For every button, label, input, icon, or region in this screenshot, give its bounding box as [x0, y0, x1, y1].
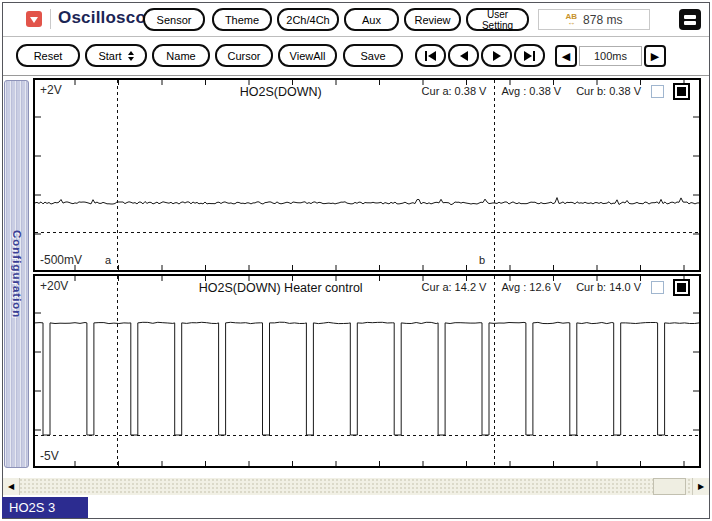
- channel-1-measurements: Cur a: 0.38 V Avg : 0.38 V Cur b: 0.38 V: [422, 85, 641, 97]
- chevron-down-icon: [30, 17, 38, 23]
- timebase-decrease-button[interactable]: ◀: [555, 45, 577, 67]
- bar-icon: [533, 51, 535, 61]
- channel-1-scale-bottom: -500mV: [40, 253, 82, 267]
- average-value: Avg : 0.38 V: [501, 85, 561, 97]
- scrollbar-thumb[interactable]: [653, 478, 686, 495]
- channel-2-scale-bottom: -5V: [40, 449, 59, 463]
- spinner-arrows-icon: [128, 51, 134, 61]
- view-all-button[interactable]: ViewAll: [278, 44, 337, 67]
- split-view-icon[interactable]: [679, 9, 701, 30]
- oscilloscope-window: Oscilloscope Sensor Theme 2Ch/4Ch Aux Re…: [0, 0, 712, 521]
- channel-2-color-button[interactable]: [673, 279, 690, 296]
- ab-icon-arrow: ↔: [567, 19, 575, 27]
- skip-to-end-button[interactable]: [514, 44, 545, 67]
- left-triangle-icon: [460, 51, 468, 61]
- cursor-a-handle[interactable]: a: [105, 254, 111, 266]
- cursor-b-handle[interactable]: b: [479, 254, 485, 266]
- step-forward-button[interactable]: [481, 44, 512, 67]
- reset-button[interactable]: Reset: [16, 44, 80, 67]
- right-triangle-icon: [493, 51, 501, 61]
- channel-2-measurements: Cur a: 14.2 V Avg : 12.6 V Cur b: 14.0 V: [422, 281, 641, 293]
- save-button[interactable]: Save: [343, 44, 403, 67]
- start-button[interactable]: Start: [85, 44, 147, 67]
- channel-1-color-swatch: [677, 87, 686, 96]
- channel-1-plot: +2V HO2S(DOWN) Cur a: 0.38 V Avg : 0.38 …: [33, 78, 701, 272]
- channel-1-title: HO2S(DOWN): [128, 85, 433, 99]
- bar-icon: [425, 51, 427, 61]
- right-triangle-icon: [524, 51, 532, 61]
- channel-2-title: HO2S(DOWN) Heater control: [128, 281, 433, 295]
- channel-mode-button[interactable]: 2Ch/4Ch: [277, 8, 339, 31]
- user-setting-button[interactable]: User Setting: [466, 8, 529, 31]
- cursor-b-value: Cur b: 14.0 V: [576, 281, 641, 293]
- configuration-tab[interactable]: Configuration: [4, 80, 29, 468]
- cursor-b-value: Cur b: 0.38 V: [576, 85, 641, 97]
- scroll-left-button[interactable]: ◀: [3, 478, 20, 495]
- channel-2-plot: +20V HO2S(DOWN) Heater control Cur a: 14…: [33, 274, 701, 468]
- channel-2-checkbox[interactable]: [651, 281, 664, 294]
- channel-1-checkbox[interactable]: [651, 85, 664, 98]
- start-button-label: Start: [98, 50, 121, 62]
- sensor-button[interactable]: Sensor: [143, 8, 205, 31]
- timebase-increase-button[interactable]: ▶: [644, 45, 666, 67]
- average-value: Avg : 12.6 V: [501, 281, 561, 293]
- left-triangle-icon: [428, 51, 436, 61]
- channel-1-scale-top: +2V: [40, 83, 62, 97]
- cursor-time-display: AB ↔ 878 ms: [538, 9, 650, 30]
- titlebar-divider: [3, 36, 709, 37]
- ab-time-icon: AB ↔: [566, 13, 578, 27]
- cursor-a-value: Cur a: 0.38 V: [422, 85, 487, 97]
- horizontal-scrollbar[interactable]: ◀ ▶: [3, 478, 709, 495]
- skip-to-start-button[interactable]: [415, 44, 446, 67]
- cursor-a-value: Cur a: 14.2 V: [422, 281, 487, 293]
- title-separator: [50, 9, 51, 29]
- aux-button[interactable]: Aux: [344, 8, 399, 31]
- scroll-right-button[interactable]: ▶: [692, 478, 709, 495]
- configuration-tab-label: Configuration: [11, 230, 23, 318]
- app-menu-icon[interactable]: [26, 11, 42, 27]
- review-button[interactable]: Review: [404, 8, 461, 31]
- toolbar-divider: [3, 75, 709, 76]
- time-value: 878 ms: [583, 13, 622, 27]
- channel-2-waveform-canvas[interactable]: [35, 276, 699, 466]
- channel-2-scale-top: +20V: [40, 279, 68, 293]
- cursor-button[interactable]: Cursor: [215, 44, 273, 67]
- theme-button[interactable]: Theme: [212, 8, 272, 31]
- step-back-button[interactable]: [448, 44, 479, 67]
- sensor-tab-ho2s3[interactable]: HO2S 3: [2, 497, 88, 518]
- channel-1-waveform-canvas[interactable]: [35, 80, 699, 270]
- channel-2-color-swatch: [677, 283, 686, 292]
- channel-1-color-button[interactable]: [673, 83, 690, 100]
- name-button[interactable]: Name: [152, 44, 210, 67]
- timebase-value: 100ms: [579, 46, 642, 66]
